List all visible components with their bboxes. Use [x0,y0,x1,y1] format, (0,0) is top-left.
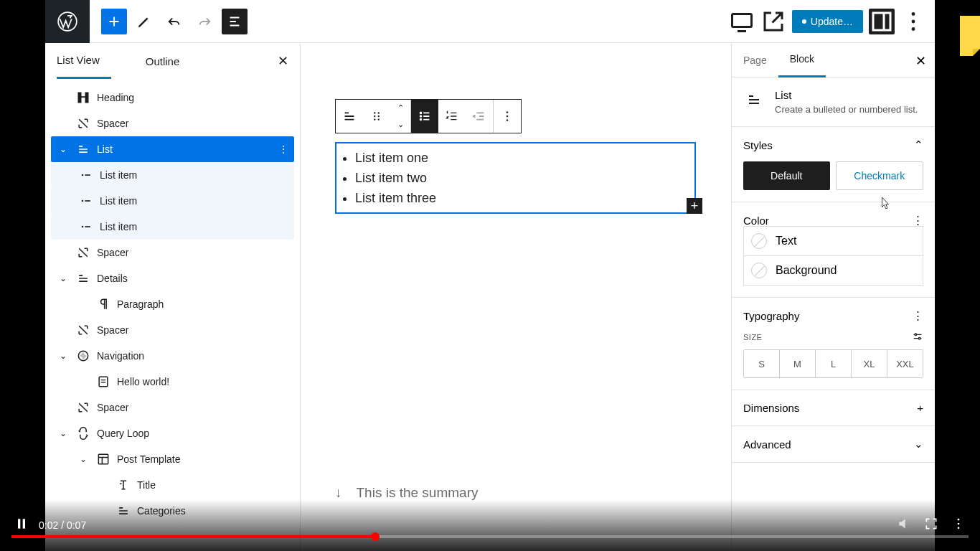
details-icon [75,271,91,286]
tab-page[interactable]: Page [732,43,778,77]
loop-icon [75,426,91,441]
list-item[interactable]: List item two [355,168,686,188]
svg-point-22 [507,116,509,118]
block-label: Spacer [97,324,128,336]
list-view-row[interactable]: List item [51,214,294,240]
block-options-button[interactable]: ⋮ [278,143,288,155]
fullscreen-button[interactable] [924,517,938,534]
list-item[interactable]: List item three [355,188,686,208]
tab-block[interactable]: Block [778,43,826,77]
block-inserter-button[interactable] [101,9,127,34]
view-button[interactable] [729,9,755,34]
list-view-row[interactable]: Heading [51,85,294,110]
text-color-button[interactable]: Text [743,226,923,256]
listitem-icon [78,168,94,182]
move-down-button[interactable]: ⌄ [390,116,410,133]
undo-button[interactable] [161,9,187,34]
size-option-xxl[interactable]: XXL [887,350,923,377]
heading-icon [75,90,91,105]
chevron-up-icon: ⌃ [914,138,923,151]
style-checkmark-button[interactable]: Checkmark [836,161,924,190]
update-button[interactable]: Update… [792,10,863,33]
progress-bar[interactable] [11,535,969,538]
spacer-icon [75,116,91,131]
template-icon [95,452,111,466]
list-view-row[interactable]: ⌄List⋮ [51,136,294,162]
list-block-icon [743,89,765,110]
size-option-xl[interactable]: XL [852,350,887,377]
paragraph-icon [95,297,111,311]
expand-toggle[interactable]: ⌄ [57,351,70,361]
document-overview-button[interactable] [222,9,248,34]
expand-toggle[interactable]: ⌄ [77,454,90,464]
tab-outline[interactable]: Outline [146,43,192,79]
wp-logo[interactable] [45,0,90,43]
list-block[interactable]: List item oneList item twoList item thre… [335,142,696,214]
svg-point-30 [958,527,960,529]
list-view-row[interactable]: Paragraph [51,291,294,317]
typography-options-button[interactable]: ⋮ [913,309,923,322]
append-block-button[interactable]: + [687,198,702,214]
pause-button[interactable] [14,517,29,534]
page-icon [95,375,111,389]
svg-point-13 [378,112,380,113]
svg-point-20 [420,119,422,121]
font-size-picker: SMLXLXXL [743,349,923,378]
volume-button[interactable] [897,517,911,534]
drag-handle[interactable] [363,100,390,133]
styles-panel-toggle[interactable]: Styles ⌃ [743,138,923,151]
list-view-row[interactable]: ⌄Post Template [51,446,294,472]
size-option-s[interactable]: S [744,350,780,377]
unordered-list-button[interactable] [411,100,438,133]
settings-sidebar-button[interactable] [869,9,895,34]
svg-point-21 [507,111,509,113]
arrow-down-icon: ↓ [335,485,342,501]
background-color-button[interactable]: Background [743,255,923,286]
custom-size-button[interactable] [912,331,923,344]
more-button[interactable] [951,517,966,534]
options-menu-button[interactable] [900,9,926,34]
close-sidebar-button[interactable]: ✕ [915,53,926,69]
svg-point-25 [918,337,920,339]
list-view-row[interactable]: ⌄Query Loop [51,420,294,446]
block-label: Details [97,273,128,284]
size-option-l[interactable]: L [816,350,852,377]
plus-icon: + [917,402,923,414]
redo-button[interactable] [192,9,217,34]
parent-block-button[interactable] [336,100,363,133]
list-view-row[interactable]: Title [51,472,294,498]
block-more-button[interactable] [494,100,521,133]
size-option-m[interactable]: M [780,350,816,377]
expand-toggle[interactable]: ⌄ [57,428,70,438]
expand-toggle[interactable]: ⌄ [57,144,70,154]
list-view-row[interactable]: Hello world! [51,369,294,395]
list-view-row[interactable]: List item [51,162,294,188]
close-panel-button[interactable]: ✕ [278,53,288,69]
expand-toggle[interactable]: ⌄ [57,273,70,283]
details-summary[interactable]: ↓ This is the summary [335,485,478,501]
list-view-row[interactable]: Spacer [51,395,294,420]
ordered-list-button[interactable] [438,100,466,133]
tools-button[interactable] [131,9,157,34]
list-view-row[interactable]: ⌄Details [51,265,294,291]
tab-list-view[interactable]: List View [57,43,111,79]
list-view-row[interactable]: List item [51,188,294,214]
svg-point-24 [915,334,917,336]
svg-point-17 [378,118,380,120]
advanced-panel-toggle[interactable]: Advanced ⌄ [743,438,923,451]
list-view-row[interactable]: Spacer [51,317,294,343]
list-view-row[interactable]: ⌄Navigation [51,343,294,369]
block-label: Post Template [117,453,180,465]
move-up-button[interactable]: ⌃ [390,100,410,116]
color-options-button[interactable]: ⋮ [913,214,923,227]
preview-button[interactable] [760,9,786,34]
style-default-button[interactable]: Default [743,161,830,190]
list-item[interactable]: List item one [355,148,686,168]
editor-canvas[interactable]: ⌃ ⌄ List item oneList item twoList item … [301,43,731,551]
dimensions-panel-toggle[interactable]: Dimensions + [743,402,923,414]
svg-point-29 [958,523,960,525]
list-view-row[interactable]: Spacer [51,240,294,265]
outdent-button[interactable] [466,100,493,133]
sticky-note-icon [960,16,980,56]
list-view-row[interactable]: Spacer [51,110,294,136]
